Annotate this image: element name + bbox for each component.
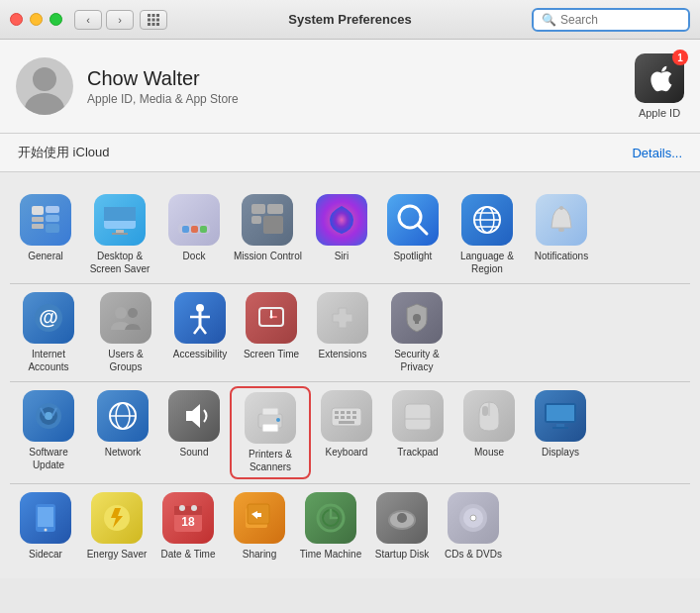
svg-point-87 bbox=[191, 505, 197, 511]
svg-rect-8 bbox=[156, 23, 159, 26]
users-icon bbox=[100, 292, 151, 344]
svg-rect-64 bbox=[341, 411, 345, 414]
pref-item-network[interactable]: Network bbox=[87, 386, 158, 479]
pref-item-accessibility[interactable]: Accessibility bbox=[164, 288, 236, 377]
network-label: Network bbox=[105, 446, 142, 459]
user-subtitle: Apple ID, Media & App Store bbox=[87, 92, 239, 106]
svg-rect-63 bbox=[335, 411, 339, 414]
startup-label: Startup Disk bbox=[375, 548, 429, 561]
users-label: Users & Groups bbox=[91, 348, 160, 373]
pref-item-notifications[interactable]: Notifications bbox=[526, 190, 597, 279]
sidecar-icon bbox=[20, 492, 71, 544]
search-input[interactable] bbox=[560, 13, 680, 27]
svg-rect-13 bbox=[32, 224, 44, 229]
svg-point-43 bbox=[196, 304, 204, 312]
desktop-label: Desktop & Screen Saver bbox=[85, 250, 154, 275]
svg-text:@: @ bbox=[39, 306, 58, 328]
svg-rect-11 bbox=[32, 206, 44, 215]
extensions-icon bbox=[317, 292, 368, 344]
back-button[interactable]: ‹ bbox=[74, 10, 102, 30]
datetime-icon: 18 bbox=[162, 492, 214, 544]
software-label: Software Update bbox=[14, 446, 83, 471]
screentime-label: Screen Time bbox=[244, 348, 299, 360]
pref-item-cds[interactable]: CDs & DVDs bbox=[438, 488, 509, 564]
mission-icon bbox=[242, 194, 293, 246]
svg-rect-66 bbox=[352, 411, 356, 414]
title-bar: ‹ › System Preferences 🔍 bbox=[0, 0, 700, 40]
pref-item-spotlight[interactable]: Spotlight bbox=[377, 190, 449, 279]
svg-rect-20 bbox=[112, 233, 128, 235]
svg-point-98 bbox=[470, 515, 476, 521]
pref-item-internet[interactable]: @Internet Accounts bbox=[10, 288, 87, 377]
pref-item-sidecar[interactable]: Sidecar bbox=[10, 488, 81, 564]
all-prefs-button[interactable] bbox=[140, 10, 167, 30]
search-box[interactable]: 🔍 bbox=[532, 8, 690, 32]
apple-id-label: Apple ID bbox=[639, 107, 680, 119]
svg-point-61 bbox=[276, 418, 280, 422]
sharing-label: Sharing bbox=[243, 548, 276, 561]
details-link[interactable]: Details... bbox=[632, 146, 682, 160]
svg-text:18: 18 bbox=[181, 515, 195, 529]
user-info: Chow Walter Apple ID, Media & App Store bbox=[87, 67, 239, 106]
energy-icon bbox=[91, 492, 143, 544]
security-label: Security & Privacy bbox=[382, 348, 451, 373]
pref-item-trackpad[interactable]: Trackpad bbox=[382, 386, 453, 479]
pref-item-screentime[interactable]: Screen Time bbox=[236, 288, 307, 377]
language-icon bbox=[461, 194, 513, 246]
pref-item-desktop[interactable]: Desktop & Screen Saver bbox=[81, 190, 158, 279]
accessibility-icon bbox=[174, 292, 226, 344]
traffic-lights bbox=[10, 13, 62, 26]
apple-id-button[interactable]: 1 Apple ID bbox=[635, 53, 684, 119]
svg-rect-3 bbox=[148, 18, 150, 21]
pref-item-siri[interactable]: Siri bbox=[306, 190, 377, 279]
pref-item-extensions[interactable]: Extensions bbox=[307, 288, 378, 377]
svg-rect-14 bbox=[46, 206, 59, 213]
pref-item-mouse[interactable]: Mouse bbox=[453, 386, 525, 479]
language-label: Language & Region bbox=[452, 250, 522, 275]
pref-item-datetime[interactable]: 18Date & Time bbox=[152, 488, 224, 564]
pref-item-sharing[interactable]: Sharing bbox=[224, 488, 295, 564]
svg-rect-7 bbox=[152, 23, 155, 26]
pref-item-sound[interactable]: Sound bbox=[158, 386, 230, 479]
trackpad-icon bbox=[392, 390, 444, 442]
pref-item-users[interactable]: Users & Groups bbox=[87, 288, 164, 377]
svg-rect-28 bbox=[263, 216, 283, 234]
printers-label: Printers & Scanners bbox=[236, 448, 305, 473]
pref-item-printers[interactable]: Printers & Scanners bbox=[230, 386, 311, 479]
pref-item-startup[interactable]: Startup Disk bbox=[366, 488, 438, 564]
pref-item-displays[interactable]: Displays bbox=[525, 386, 596, 479]
pref-item-energy[interactable]: Energy Saver bbox=[81, 488, 152, 564]
svg-line-47 bbox=[200, 326, 206, 334]
pref-item-dock[interactable]: Dock bbox=[158, 190, 230, 279]
cds-icon bbox=[448, 492, 499, 544]
maximize-button[interactable] bbox=[50, 13, 62, 26]
svg-rect-15 bbox=[46, 215, 59, 222]
pref-item-software[interactable]: Software Update bbox=[10, 386, 87, 479]
svg-point-82 bbox=[45, 529, 48, 532]
preferences-area: GeneralDesktop & Screen SaverDockMission… bbox=[0, 172, 700, 578]
minimize-button[interactable] bbox=[30, 13, 43, 26]
keyboard-label: Keyboard bbox=[326, 446, 368, 459]
sound-label: Sound bbox=[180, 446, 209, 459]
pref-item-general[interactable]: General bbox=[10, 190, 81, 279]
prefs-section-1: @Internet AccountsUsers & GroupsAccessib… bbox=[10, 284, 690, 382]
mouse-label: Mouse bbox=[474, 446, 504, 459]
pref-item-language[interactable]: Language & Region bbox=[449, 190, 526, 279]
notification-badge: 1 bbox=[672, 50, 688, 65]
svg-rect-5 bbox=[156, 18, 159, 21]
pref-item-security[interactable]: Security & Privacy bbox=[378, 288, 455, 377]
pref-item-keyboard[interactable]: Keyboard bbox=[311, 386, 382, 479]
pref-item-timemachine[interactable]: Time Machine bbox=[295, 488, 366, 564]
forward-button[interactable]: › bbox=[106, 10, 134, 30]
keyboard-icon bbox=[321, 390, 372, 442]
svg-rect-75 bbox=[482, 406, 488, 416]
prefs-section-0: GeneralDesktop & Screen SaverDockMission… bbox=[10, 186, 690, 284]
general-icon bbox=[20, 194, 71, 246]
svg-rect-27 bbox=[251, 216, 261, 224]
cds-label: CDs & DVDs bbox=[445, 548, 502, 561]
close-button[interactable] bbox=[10, 13, 23, 26]
svg-point-95 bbox=[397, 513, 407, 523]
svg-point-42 bbox=[128, 308, 138, 318]
spotlight-label: Spotlight bbox=[393, 250, 432, 262]
pref-item-mission[interactable]: Mission Control bbox=[230, 190, 306, 279]
